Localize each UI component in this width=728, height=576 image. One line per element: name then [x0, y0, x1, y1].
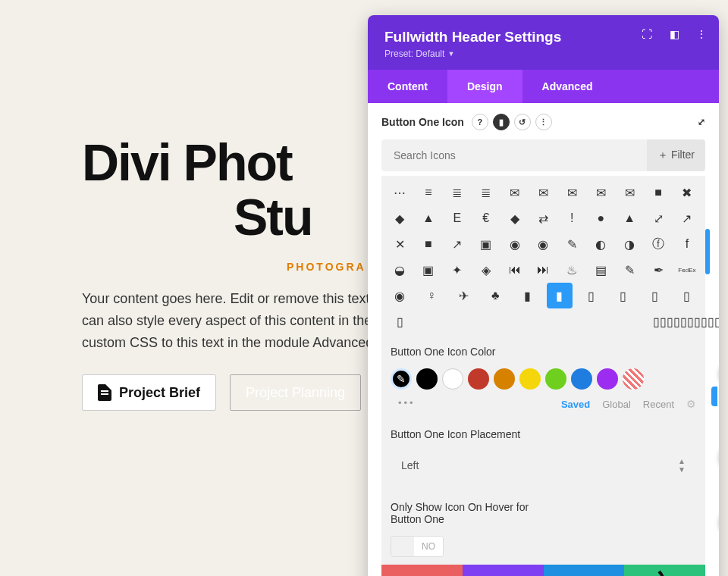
more-icon[interactable]: ⋮ [535, 114, 552, 130]
grid-icon[interactable]: ↗ [678, 209, 696, 227]
grid-icon[interactable]: ▯ [694, 312, 701, 330]
grid-icon[interactable]: ◐ [592, 235, 610, 253]
grid-icon[interactable]: ✉ [592, 183, 610, 202]
grid-icon[interactable]: ▯ [673, 312, 680, 330]
grid-icon[interactable]: ▯ [582, 286, 601, 305]
scrollbar[interactable] [705, 229, 710, 274]
swatch-orange[interactable] [494, 368, 515, 390]
grid-icon[interactable]: ◉ [391, 286, 409, 305]
grid-icon[interactable]: ♀ [422, 286, 441, 305]
grid-icon[interactable]: ◆ [506, 209, 524, 227]
grid-icon[interactable]: ✉ [506, 183, 524, 202]
grid-icon[interactable]: ● [592, 209, 610, 227]
grid-icon[interactable]: ≣ [477, 183, 495, 202]
grid-icon[interactable]: ◉ [534, 235, 552, 253]
grid-icon[interactable]: ⇄ [534, 209, 552, 227]
swatch-purple[interactable] [597, 368, 618, 390]
tab-content[interactable]: Content [368, 70, 447, 103]
grid-icon[interactable]: ⏮ [506, 261, 524, 279]
search-icons-input[interactable] [381, 139, 647, 171]
grid-icon[interactable]: ✎ [620, 261, 639, 279]
grid-icon[interactable]: ⤢ [649, 209, 667, 227]
grid-icon[interactable]: ✉ [563, 183, 581, 202]
grid-icon[interactable]: ▮ [518, 286, 536, 305]
gear-icon[interactable]: ⚙ [686, 398, 696, 410]
grid-icon[interactable]: ✦ [448, 261, 466, 279]
redo-button[interactable]: ↻ [544, 565, 625, 576]
swatch-green[interactable] [545, 368, 566, 390]
grid-icon[interactable]: E [448, 209, 466, 227]
swatch-transparent[interactable] [623, 368, 644, 390]
grid-icon[interactable]: ✕ [391, 235, 409, 253]
color-tab-global[interactable]: Global [602, 399, 631, 410]
kebab-menu-icon[interactable]: ⋮ [695, 27, 708, 41]
grid-icon[interactable]: ▯ [678, 286, 696, 305]
grid-icon[interactable]: ▯ [646, 286, 664, 305]
grid-icon[interactable]: ✖ [678, 183, 696, 202]
grid-icon[interactable]: ◈ [477, 261, 495, 279]
grid-icon[interactable]: ✉ [620, 183, 639, 202]
reset-icon[interactable]: ↺ [514, 114, 531, 130]
undo-button[interactable]: ↺ [463, 565, 544, 576]
discard-button[interactable]: ✖ [381, 565, 463, 576]
grid-icon[interactable]: ↗ [448, 235, 466, 253]
project-planning-button[interactable]: Project Planning [230, 374, 361, 411]
filter-button[interactable]: ＋ Filter [647, 139, 705, 171]
swatch-yellow[interactable] [519, 368, 541, 390]
grid-icon[interactable]: FedEx [678, 261, 696, 279]
selected-file-icon[interactable]: ▮ [547, 283, 573, 308]
swatch-white[interactable] [442, 368, 463, 390]
tab-advanced[interactable]: Advanced [522, 70, 613, 103]
grid-icon[interactable]: ♨ [563, 261, 581, 279]
grid-icon[interactable]: ⓕ [649, 235, 667, 253]
mobile-icon[interactable]: ▮ [493, 114, 510, 130]
grid-icon[interactable]: ◑ [620, 235, 639, 253]
grid-icon[interactable]: ≡ [419, 183, 438, 202]
tab-design[interactable]: Design [447, 70, 522, 103]
grid-icon[interactable]: ⏭ [534, 261, 552, 279]
icon-placement-select[interactable]: Left ▲▼ [391, 448, 696, 483]
grid-icon[interactable]: ▣ [419, 261, 438, 279]
section-expand-icon[interactable]: ⤢ [698, 117, 705, 127]
grid-icon[interactable]: ▯ [667, 312, 673, 330]
hover-toggle[interactable]: NO [391, 536, 444, 557]
grid-icon[interactable]: ≣ [448, 183, 466, 202]
help-icon[interactable]: ? [472, 114, 488, 130]
grid-icon[interactable]: f [678, 235, 696, 253]
grid-icon[interactable]: ▲ [419, 209, 438, 227]
project-brief-button[interactable]: Project Brief [82, 374, 216, 411]
grid-icon[interactable]: ✒ [649, 261, 667, 279]
grid-icon[interactable]: ▯ [708, 312, 714, 330]
grid-icon[interactable]: ◉ [506, 235, 524, 253]
grid-icon[interactable]: ▯ [701, 312, 708, 330]
grid-icon[interactable]: ♣ [486, 286, 504, 305]
columns-icon[interactable]: ◧ [667, 27, 681, 41]
grid-icon[interactable]: ▯ [714, 312, 719, 330]
grid-icon[interactable]: ▯▯▯▯▯▯▯▯▯▯ [678, 312, 696, 330]
grid-icon[interactable]: ▤ [592, 261, 610, 279]
color-tab-recent[interactable]: Recent [643, 399, 674, 410]
swatch-blue[interactable] [571, 368, 592, 390]
expand-icon[interactable]: ⛶ [640, 27, 654, 41]
color-tab-saved[interactable]: Saved [561, 399, 590, 410]
swatch-red[interactable] [468, 368, 489, 390]
grid-icon[interactable]: ▯ [614, 286, 632, 305]
grid-icon[interactable]: € [477, 209, 495, 227]
grid-icon[interactable]: ✎ [563, 235, 581, 253]
grid-icon[interactable]: ◒ [391, 261, 409, 279]
grid-icon[interactable]: ✉ [534, 183, 552, 202]
grid-icon[interactable]: ■ [419, 235, 438, 253]
grid-icon[interactable]: ▯ [391, 312, 409, 330]
grid-icon[interactable]: ▯ [687, 312, 694, 330]
resize-handle[interactable] [711, 387, 717, 406]
grid-icon[interactable]: ▣ [477, 235, 495, 253]
color-picker-swatch[interactable]: ✎ [391, 368, 412, 390]
grid-icon[interactable]: ◆ [391, 209, 409, 227]
swatch-black[interactable] [416, 368, 438, 390]
grid-icon[interactable]: ⋯ [391, 183, 409, 202]
grid-icon[interactable]: ■ [649, 183, 667, 202]
modal-preset[interactable]: Preset: Default ▼ [384, 49, 702, 59]
grid-icon[interactable]: ▯ [660, 312, 667, 330]
grid-icon[interactable]: ▯ [680, 312, 687, 330]
grid-icon[interactable]: ▲ [620, 209, 639, 227]
